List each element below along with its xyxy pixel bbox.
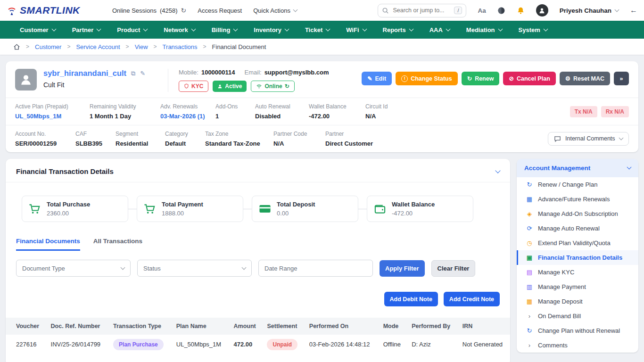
notifications-bell-icon[interactable]	[517, 7, 525, 15]
home-icon[interactable]	[13, 43, 20, 50]
header-irn: IRN	[458, 318, 510, 335]
theme-toggle-icon[interactable]	[497, 7, 505, 15]
renew-button[interactable]: ↻ Renew	[462, 72, 500, 85]
user-avatar[interactable]	[536, 4, 548, 16]
nav-item-ticket[interactable]: Ticket	[305, 26, 330, 33]
breadcrumb-separator: >	[203, 43, 206, 50]
adv-renewals-link[interactable]: 03-Mar-2026 (1)	[160, 113, 215, 120]
cell-voucher: 227616	[6, 335, 46, 354]
collapse-panel-icon[interactable]	[495, 168, 500, 173]
status-badge[interactable]: Active	[213, 81, 247, 92]
edit-username-icon[interactable]: ✎	[140, 70, 145, 77]
access-request-link[interactable]: Access Request	[198, 7, 242, 14]
status-badge-label: Active	[225, 83, 242, 90]
nav-item-wifi[interactable]: WiFi	[346, 26, 366, 33]
status-select[interactable]: Status	[137, 260, 252, 277]
online-badge[interactable]: Online ↻	[251, 81, 294, 92]
change-status-button[interactable]: ! Change Status	[396, 72, 458, 85]
cell-amount-link[interactable]: 472.00	[229, 335, 263, 354]
more-actions-button[interactable]: »	[614, 72, 629, 85]
field-tax-zone: Tax Zone Standard Tax-Zone	[205, 131, 273, 147]
breadcrumb-view[interactable]: View	[135, 43, 148, 50]
refresh-session-icon[interactable]: ↻	[285, 83, 289, 90]
internal-comments-dropdown[interactable]: Internal Comments	[548, 132, 629, 146]
global-search[interactable]: /	[378, 4, 466, 17]
date-range-input[interactable]: Date Range	[258, 260, 373, 277]
nav-item-inventory[interactable]: Inventory	[254, 26, 289, 33]
user-name-label: Priyesh Chauhan	[560, 7, 611, 14]
field-value: Direct Customer	[325, 140, 396, 147]
sidebar-item-manage-kyc[interactable]: ▤ Manage KYC	[517, 265, 638, 280]
field-value: Default	[165, 140, 205, 147]
sidebar-item-manage-addon-subscription[interactable]: ◈ Manage Add-On Subscription	[517, 206, 638, 221]
sidebar-item-manage-auto-renewal[interactable]: ⟳ Manage Auto Renewal	[517, 221, 638, 236]
kyc-badge[interactable]: KYC	[179, 81, 208, 92]
field-label: Wallet Balance	[309, 103, 365, 110]
field-value: -472.00	[309, 113, 365, 120]
customer-username[interactable]: sybr_hiranandani_cult	[43, 69, 126, 78]
nav-item-system[interactable]: System	[519, 26, 547, 33]
nav-item-mediation[interactable]: Mediation	[466, 26, 502, 33]
breadcrumb-transactions[interactable]: Transactions	[163, 43, 198, 50]
sidebar-item-label: Renew / Change Plan	[538, 181, 597, 188]
sidebar-item-change-plan-without-renewal[interactable]: ↻ Change Plan without Renewal	[517, 323, 638, 338]
sidebar-item-manage-payment[interactable]: ▥ Manage Payment	[517, 280, 638, 294]
smartlink-logo[interactable]: SMARTLINK	[7, 5, 101, 16]
user-menu[interactable]: Priyesh Chauhan	[560, 7, 619, 14]
nav-label: Partner	[72, 26, 94, 33]
refresh-icon[interactable]: ↻	[181, 7, 187, 14]
search-input[interactable]	[393, 7, 450, 14]
account-management-header[interactable]: Account Management	[517, 159, 638, 177]
tx-badge: Tx N/A	[570, 106, 597, 117]
active-plan-link[interactable]: UL_50Mbps_1M	[15, 113, 90, 120]
font-size-toggle[interactable]: Aa	[478, 7, 486, 14]
chevron-down-icon	[121, 265, 125, 270]
field-account-no: Account No. SER/00001259	[15, 131, 75, 147]
stat-total-payment: Total Payment1888.00	[137, 196, 243, 222]
chevron-down-icon	[233, 26, 238, 31]
nav-item-billing[interactable]: Billing	[212, 26, 238, 33]
reset-mac-button[interactable]: ⚙ Reset MAC	[560, 72, 610, 85]
sidebar-item-label: Manage Payment	[538, 283, 586, 290]
chevron-right-icon: ›	[526, 342, 533, 349]
sidebar-item-on-demand-bill[interactable]: › On Demand Bill	[517, 309, 638, 323]
chevron-down-icon	[446, 26, 450, 31]
field-value: N/A	[273, 140, 325, 147]
nav-item-reports[interactable]: Reports	[383, 26, 413, 33]
add-debit-note-button[interactable]: Add Debit Note	[384, 292, 438, 306]
sidebar-item-renew-change-plan[interactable]: ↻ Renew / Change Plan	[517, 177, 638, 192]
sidebar-item-manage-deposit[interactable]: ▦ Manage Deposit	[517, 294, 638, 309]
top-bar: SMARTLINK Online Sessions (4258) ↻ Acces…	[0, 0, 644, 21]
tab-financial-documents[interactable]: Financial Documents	[16, 238, 80, 251]
edit-button[interactable]: ✎ Edit	[362, 72, 392, 85]
clear-filter-button[interactable]: Clear Filter	[431, 260, 476, 277]
nav-item-customer[interactable]: Customer	[20, 26, 56, 33]
nav-item-product[interactable]: Product	[117, 26, 147, 33]
money-icon: ▣	[526, 254, 533, 261]
header-amount: Amount	[229, 318, 263, 335]
breadcrumb-service-account[interactable]: Service Account	[76, 43, 120, 50]
field-value: N/A	[365, 113, 417, 120]
nav-item-aaa[interactable]: AAA	[429, 26, 450, 33]
stat-label: Total Payment	[162, 201, 203, 208]
add-credit-note-button[interactable]: Add Credit Note	[444, 292, 500, 306]
nav-item-partner[interactable]: Partner	[72, 26, 101, 33]
sidebar-item-advance-future-renewals[interactable]: ▦ Advance/Future Renewals	[517, 192, 638, 206]
online-sessions-link[interactable]: Online Sessions (4258) ↻	[112, 7, 186, 14]
nav-item-network[interactable]: Network	[164, 26, 195, 33]
header-transaction-type: Transaction Type	[108, 318, 172, 335]
tab-all-transactions[interactable]: All Transactions	[93, 238, 142, 251]
breadcrumb-customer[interactable]: Customer	[35, 43, 61, 50]
sidebar-item-extend-plan-validity[interactable]: ◷ Extend Plan Validity/Quota	[517, 236, 638, 250]
quick-actions-menu[interactable]: Quick Actions	[253, 7, 297, 14]
copy-icon[interactable]: ⧉	[131, 70, 135, 77]
collapse-arrow-icon[interactable]: ←	[630, 6, 637, 15]
document-type-select[interactable]: Document Type	[16, 260, 131, 277]
field-label: CAF	[75, 131, 116, 137]
stats-row: Total Purchase2360.00 Total Payment1888.…	[6, 182, 510, 225]
table-row[interactable]: 227616 INV/25-26/014799 Plan Purchase UL…	[6, 335, 510, 354]
apply-filter-button[interactable]: Apply Filter	[380, 260, 425, 277]
cancel-plan-button[interactable]: ⊘ Cancel Plan	[503, 72, 555, 85]
sidebar-item-financial-transaction-details[interactable]: ▣ Financial Transaction Details	[517, 250, 638, 265]
sidebar-item-comments[interactable]: › Comments	[517, 338, 638, 353]
